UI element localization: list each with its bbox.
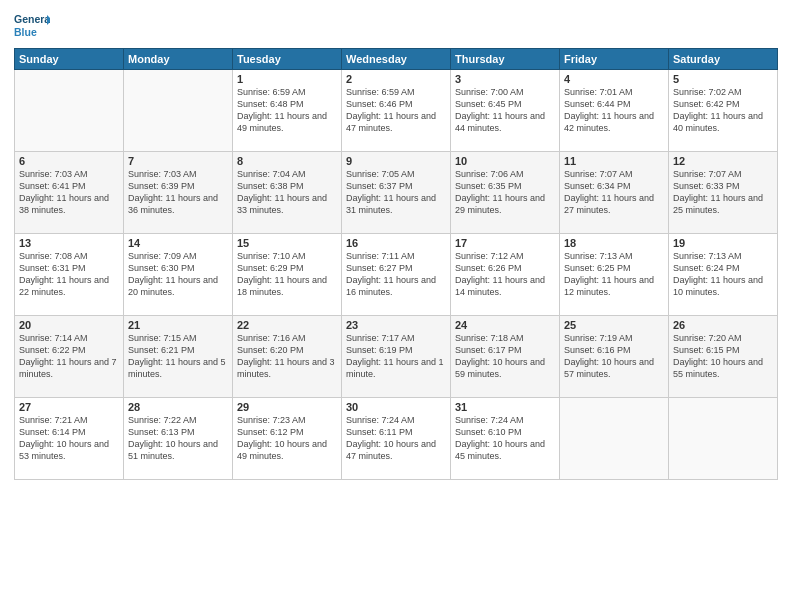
calendar-cell: 26Sunrise: 7:20 AMSunset: 6:15 PMDayligh… — [669, 316, 778, 398]
day-number: 18 — [564, 237, 664, 249]
day-info: Sunrise: 7:23 AMSunset: 6:12 PMDaylight:… — [237, 414, 337, 463]
day-info: Sunrise: 7:15 AMSunset: 6:21 PMDaylight:… — [128, 332, 228, 381]
calendar-cell — [669, 398, 778, 480]
day-number: 21 — [128, 319, 228, 331]
day-number: 16 — [346, 237, 446, 249]
calendar-week-3: 13Sunrise: 7:08 AMSunset: 6:31 PMDayligh… — [15, 234, 778, 316]
calendar-cell: 10Sunrise: 7:06 AMSunset: 6:35 PMDayligh… — [451, 152, 560, 234]
calendar-cell: 23Sunrise: 7:17 AMSunset: 6:19 PMDayligh… — [342, 316, 451, 398]
weekday-sunday: Sunday — [15, 49, 124, 70]
calendar-week-4: 20Sunrise: 7:14 AMSunset: 6:22 PMDayligh… — [15, 316, 778, 398]
calendar-cell: 16Sunrise: 7:11 AMSunset: 6:27 PMDayligh… — [342, 234, 451, 316]
day-number: 17 — [455, 237, 555, 249]
day-number: 12 — [673, 155, 773, 167]
day-number: 2 — [346, 73, 446, 85]
calendar-cell: 18Sunrise: 7:13 AMSunset: 6:25 PMDayligh… — [560, 234, 669, 316]
calendar-cell: 7Sunrise: 7:03 AMSunset: 6:39 PMDaylight… — [124, 152, 233, 234]
day-info: Sunrise: 7:12 AMSunset: 6:26 PMDaylight:… — [455, 250, 555, 299]
day-number: 24 — [455, 319, 555, 331]
day-info: Sunrise: 7:13 AMSunset: 6:24 PMDaylight:… — [673, 250, 773, 299]
day-number: 7 — [128, 155, 228, 167]
day-number: 27 — [19, 401, 119, 413]
day-number: 20 — [19, 319, 119, 331]
day-info: Sunrise: 7:09 AMSunset: 6:30 PMDaylight:… — [128, 250, 228, 299]
calendar-cell: 21Sunrise: 7:15 AMSunset: 6:21 PMDayligh… — [124, 316, 233, 398]
weekday-header-row: SundayMondayTuesdayWednesdayThursdayFrid… — [15, 49, 778, 70]
day-info: Sunrise: 7:10 AMSunset: 6:29 PMDaylight:… — [237, 250, 337, 299]
calendar-cell: 5Sunrise: 7:02 AMSunset: 6:42 PMDaylight… — [669, 70, 778, 152]
day-info: Sunrise: 7:01 AMSunset: 6:44 PMDaylight:… — [564, 86, 664, 135]
calendar-cell: 31Sunrise: 7:24 AMSunset: 6:10 PMDayligh… — [451, 398, 560, 480]
calendar-table: SundayMondayTuesdayWednesdayThursdayFrid… — [14, 48, 778, 480]
day-info: Sunrise: 7:08 AMSunset: 6:31 PMDaylight:… — [19, 250, 119, 299]
calendar-cell: 14Sunrise: 7:09 AMSunset: 6:30 PMDayligh… — [124, 234, 233, 316]
day-info: Sunrise: 7:06 AMSunset: 6:35 PMDaylight:… — [455, 168, 555, 217]
day-number: 14 — [128, 237, 228, 249]
header: General Blue — [14, 10, 778, 42]
day-number: 6 — [19, 155, 119, 167]
day-number: 28 — [128, 401, 228, 413]
calendar-cell: 8Sunrise: 7:04 AMSunset: 6:38 PMDaylight… — [233, 152, 342, 234]
day-info: Sunrise: 7:13 AMSunset: 6:25 PMDaylight:… — [564, 250, 664, 299]
day-number: 5 — [673, 73, 773, 85]
weekday-tuesday: Tuesday — [233, 49, 342, 70]
calendar-cell: 2Sunrise: 6:59 AMSunset: 6:46 PMDaylight… — [342, 70, 451, 152]
logo-svg: General Blue — [14, 10, 50, 42]
day-info: Sunrise: 7:21 AMSunset: 6:14 PMDaylight:… — [19, 414, 119, 463]
day-number: 15 — [237, 237, 337, 249]
calendar-cell: 25Sunrise: 7:19 AMSunset: 6:16 PMDayligh… — [560, 316, 669, 398]
calendar-cell: 19Sunrise: 7:13 AMSunset: 6:24 PMDayligh… — [669, 234, 778, 316]
calendar-week-1: 1Sunrise: 6:59 AMSunset: 6:48 PMDaylight… — [15, 70, 778, 152]
day-number: 8 — [237, 155, 337, 167]
weekday-friday: Friday — [560, 49, 669, 70]
day-info: Sunrise: 7:00 AMSunset: 6:45 PMDaylight:… — [455, 86, 555, 135]
day-number: 9 — [346, 155, 446, 167]
day-number: 30 — [346, 401, 446, 413]
calendar-cell: 20Sunrise: 7:14 AMSunset: 6:22 PMDayligh… — [15, 316, 124, 398]
day-info: Sunrise: 7:22 AMSunset: 6:13 PMDaylight:… — [128, 414, 228, 463]
day-number: 1 — [237, 73, 337, 85]
calendar-cell: 12Sunrise: 7:07 AMSunset: 6:33 PMDayligh… — [669, 152, 778, 234]
calendar-cell: 15Sunrise: 7:10 AMSunset: 6:29 PMDayligh… — [233, 234, 342, 316]
calendar-cell: 29Sunrise: 7:23 AMSunset: 6:12 PMDayligh… — [233, 398, 342, 480]
day-info: Sunrise: 7:07 AMSunset: 6:33 PMDaylight:… — [673, 168, 773, 217]
day-number: 11 — [564, 155, 664, 167]
weekday-thursday: Thursday — [451, 49, 560, 70]
calendar-cell: 9Sunrise: 7:05 AMSunset: 6:37 PMDaylight… — [342, 152, 451, 234]
day-number: 31 — [455, 401, 555, 413]
calendar-cell: 1Sunrise: 6:59 AMSunset: 6:48 PMDaylight… — [233, 70, 342, 152]
calendar-cell: 13Sunrise: 7:08 AMSunset: 6:31 PMDayligh… — [15, 234, 124, 316]
day-number: 22 — [237, 319, 337, 331]
day-info: Sunrise: 7:07 AMSunset: 6:34 PMDaylight:… — [564, 168, 664, 217]
day-number: 29 — [237, 401, 337, 413]
day-info: Sunrise: 7:24 AMSunset: 6:11 PMDaylight:… — [346, 414, 446, 463]
day-info: Sunrise: 7:03 AMSunset: 6:39 PMDaylight:… — [128, 168, 228, 217]
svg-text:Blue: Blue — [14, 26, 37, 38]
weekday-saturday: Saturday — [669, 49, 778, 70]
day-info: Sunrise: 7:18 AMSunset: 6:17 PMDaylight:… — [455, 332, 555, 381]
day-info: Sunrise: 7:17 AMSunset: 6:19 PMDaylight:… — [346, 332, 446, 381]
calendar-week-5: 27Sunrise: 7:21 AMSunset: 6:14 PMDayligh… — [15, 398, 778, 480]
day-info: Sunrise: 7:14 AMSunset: 6:22 PMDaylight:… — [19, 332, 119, 381]
day-number: 13 — [19, 237, 119, 249]
calendar-cell — [560, 398, 669, 480]
logo: General Blue — [14, 10, 50, 42]
day-number: 4 — [564, 73, 664, 85]
day-info: Sunrise: 7:20 AMSunset: 6:15 PMDaylight:… — [673, 332, 773, 381]
day-info: Sunrise: 7:11 AMSunset: 6:27 PMDaylight:… — [346, 250, 446, 299]
day-info: Sunrise: 6:59 AMSunset: 6:46 PMDaylight:… — [346, 86, 446, 135]
day-info: Sunrise: 7:03 AMSunset: 6:41 PMDaylight:… — [19, 168, 119, 217]
weekday-wednesday: Wednesday — [342, 49, 451, 70]
day-number: 25 — [564, 319, 664, 331]
day-info: Sunrise: 7:19 AMSunset: 6:16 PMDaylight:… — [564, 332, 664, 381]
day-number: 23 — [346, 319, 446, 331]
calendar-cell — [124, 70, 233, 152]
day-number: 19 — [673, 237, 773, 249]
svg-text:General: General — [14, 13, 50, 25]
day-number: 26 — [673, 319, 773, 331]
calendar-cell: 3Sunrise: 7:00 AMSunset: 6:45 PMDaylight… — [451, 70, 560, 152]
weekday-monday: Monday — [124, 49, 233, 70]
calendar-week-2: 6Sunrise: 7:03 AMSunset: 6:41 PMDaylight… — [15, 152, 778, 234]
day-number: 10 — [455, 155, 555, 167]
calendar-cell: 28Sunrise: 7:22 AMSunset: 6:13 PMDayligh… — [124, 398, 233, 480]
